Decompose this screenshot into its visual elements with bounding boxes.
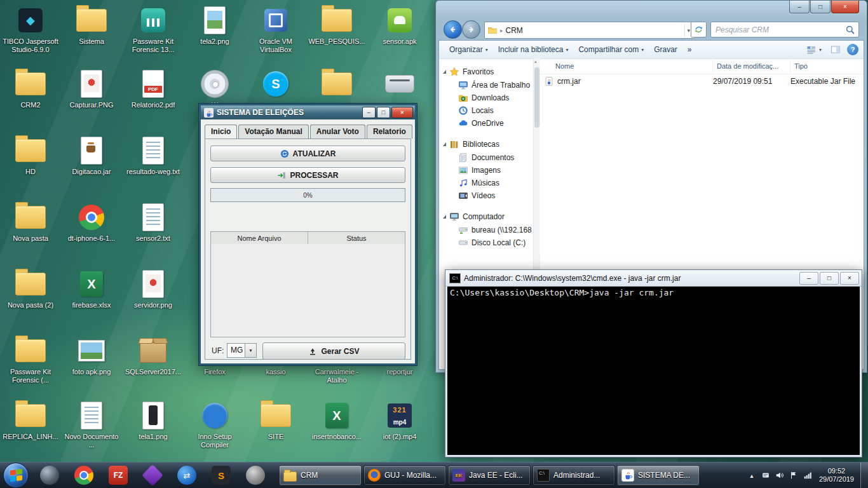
clock[interactable]: 09:52 29/07/2019 [819, 467, 854, 484]
start-button[interactable] [3, 463, 29, 488]
column-header-nome-arquivo[interactable]: Nome Arquivo [211, 232, 308, 244]
sphere-app-icon[interactable] [32, 463, 67, 488]
desktop-icon-tela1-png[interactable]: tela1.png [124, 400, 182, 441]
desktop-icon-hidden[interactable]: S [247, 69, 305, 101]
desktop-icon-sqlserver2017[interactable]: SQLServer2017... [124, 336, 182, 376]
tab-inicio[interactable]: Inicio [205, 125, 237, 139]
show-desktop-button[interactable] [860, 463, 868, 488]
preview-pane-button[interactable] [828, 43, 843, 56]
files-table[interactable]: Nome ArquivoStatus [210, 231, 405, 337]
sublime-text-icon[interactable]: S [204, 463, 238, 488]
maximize-button[interactable]: □ [820, 272, 839, 285]
sidebar-group-favoritos[interactable]: Favoritos [439, 65, 533, 79]
chevron-up-icon[interactable]: ▴ [745, 469, 758, 482]
sidebar-group-computador[interactable]: Computador [439, 210, 533, 224]
column-header-tipo[interactable]: Tipo [790, 58, 864, 74]
close-button[interactable]: × [840, 272, 859, 285]
desktop-icon-hidden[interactable] [370, 69, 429, 101]
desktop-icon-dt-iphone-6-1[interactable]: dt-iphone-6-1... [62, 202, 121, 243]
back-button[interactable] [444, 20, 462, 39]
desktop-icon-resultado-weg-txt[interactable]: resultado-weg.txt [124, 135, 182, 176]
cmd-titlebar[interactable]: C:\ Administrador: C:\Windows\system32\c… [445, 270, 862, 287]
forward-button[interactable] [462, 20, 480, 39]
desktop-icon-oracle-vm-virtualbox[interactable]: Oracle VM VirtualBox [247, 5, 305, 54]
atualizar-button[interactable]: ATUALIZAR [210, 146, 405, 161]
taskbar-button-crm[interactable]: CRM [279, 465, 362, 485]
help-button[interactable]: ? [847, 44, 858, 55]
desktop-icon-firebase-xlsx[interactable]: Xfirebase.xlsx [62, 269, 121, 309]
desktop-icon-hd[interactable]: HD [1, 135, 60, 176]
tab-vota-o-manual[interactable]: Votação Manual [238, 125, 308, 139]
desktop-icon-digitacao-jar[interactable]: Digitacao.jar [62, 135, 121, 176]
desktop-icon-sistema[interactable]: Sistema [62, 5, 121, 46]
sidebar-group-bibliotecas[interactable]: Bibliotecas [439, 137, 533, 151]
expander-icon[interactable] [443, 215, 446, 219]
sidebar-item-rea-de-trabalho[interactable]: Área de Trabalho [439, 79, 533, 92]
tray-app-icon[interactable] [759, 469, 772, 482]
close-button[interactable]: × [831, 1, 859, 13]
desktop-icon-passware-kit-forensic[interactable]: Passware Kit Forensic (... [1, 336, 60, 384]
flag-icon[interactable] [787, 469, 800, 482]
search-box[interactable] [710, 22, 859, 37]
purple-app-icon[interactable] [135, 463, 170, 488]
gimp-icon[interactable] [238, 463, 273, 488]
console[interactable]: C:\Users\kassio\Desktop\CRM>java -jar cr… [447, 287, 860, 455]
views-button[interactable]: ▾ [804, 43, 824, 56]
close-button[interactable]: × [391, 107, 413, 118]
desktop-icon-servidor-png[interactable]: servidor.png [124, 269, 182, 309]
tab-relatorio[interactable]: Relatorio [367, 125, 412, 139]
desktop-icon-hidden[interactable] [308, 69, 366, 101]
desktop-icon-web-pesquis[interactable]: WEB_PESQUIS... [308, 5, 366, 46]
column-header-status[interactable]: Status [308, 232, 405, 244]
desktop-icon-sensor-apk[interactable]: sensor.apk [370, 5, 429, 46]
sidebar-item-bureau-192-168[interactable]: bureau (\\192.168 [439, 224, 533, 236]
filezilla-icon[interactable]: FZ [101, 463, 135, 488]
toolbar-incluir-na-biblioteca[interactable]: Incluir na biblioteca▾ [493, 43, 574, 56]
desktop-icon-novo-documento[interactable]: Novo Documento ... [62, 400, 121, 449]
network-icon[interactable] [801, 469, 814, 482]
sidebar-item-m-sicas[interactable]: Músicas [439, 177, 533, 189]
address-bar[interactable]: ▸ CRM ▾ [484, 22, 695, 39]
desktop-icon-tibco-jaspersoft-studio-6-9-0[interactable]: TIBCO Jaspersoft Studio-6.9.0 [1, 5, 60, 54]
taskbar-button-guj-mozilla[interactable]: GUJ - Mozilla... [363, 465, 446, 485]
taskbar-button-sistema-de[interactable]: SISTEMA DE... [617, 465, 700, 485]
sidebar-item-onedrive[interactable]: OneDrive [439, 117, 533, 130]
scrollbar-thumb[interactable] [534, 67, 539, 128]
desktop-icon-tela2-png[interactable]: tela2.png [186, 5, 244, 46]
sidebar-item-downloads[interactable]: Downloads [439, 92, 533, 104]
toolbar-compartilhar-com[interactable]: Compartilhar com▾ [573, 43, 649, 56]
toolbar-item[interactable]: » [682, 43, 697, 56]
tab-anular-voto[interactable]: Anular Voto [310, 125, 365, 139]
search-input[interactable] [714, 25, 845, 35]
toolbar-gravar[interactable]: Gravar [649, 43, 682, 56]
column-header-data-de-modifica[interactable]: Data de modificaç... [713, 58, 790, 74]
desktop-icon-nova-pasta[interactable]: Nova pasta [1, 202, 60, 243]
expander-icon[interactable] [443, 142, 446, 146]
refresh-button[interactable] [691, 22, 707, 37]
sidebar-item-imagens[interactable]: Imagens [439, 164, 533, 177]
sidebar-item-locais[interactable]: Locais [439, 104, 533, 117]
gerar-csv-button[interactable]: Gerar CSV [262, 342, 405, 360]
desktop-icon-iot-2-mp4[interactable]: mp4iot (2).mp4 [370, 400, 429, 441]
maximize-button[interactable]: □ [810, 1, 831, 13]
minimize-button[interactable]: – [799, 272, 818, 285]
sidebar-item-documentos[interactable]: Documentos [439, 151, 533, 164]
desktop-icon-nova-pasta-2[interactable]: Nova pasta (2) [1, 269, 60, 309]
sidebar-item-disco-local-c[interactable]: Disco Local (C:) [439, 236, 533, 249]
file-row-crm-jar[interactable]: crm.jar29/07/2019 09:51Executable Jar Fi… [540, 74, 864, 88]
processar-button[interactable]: PROCESSAR [210, 167, 405, 183]
desktop-icon-capturar-png[interactable]: Capturar.PNG [62, 69, 121, 109]
desktop-icon-replica-linh[interactable]: REPLICA_LINH... [1, 400, 60, 441]
maximize-button[interactable]: □ [377, 107, 390, 118]
minimize-button[interactable]: – [789, 1, 810, 13]
speaker-icon[interactable] [773, 469, 786, 482]
desktop-icon-crm2[interactable]: CRM2 [1, 69, 60, 109]
desktop-icon-inno-setup-compiler[interactable]: Inno Setup Compiler [186, 400, 244, 449]
blue-circle-app-icon[interactable]: ⇄ [170, 463, 204, 488]
column-header-nome[interactable]: Nome [540, 58, 713, 74]
chrome-icon[interactable] [67, 463, 101, 488]
expander-icon[interactable] [443, 70, 446, 74]
taskbar-button-java-ee-ecli[interactable]: EEJava EE - Ecli... [448, 465, 531, 485]
desktop-icon-sensor2-txt[interactable]: sensor2.txt [124, 202, 182, 243]
desktop-icon-site[interactable]: SITE [247, 400, 305, 441]
